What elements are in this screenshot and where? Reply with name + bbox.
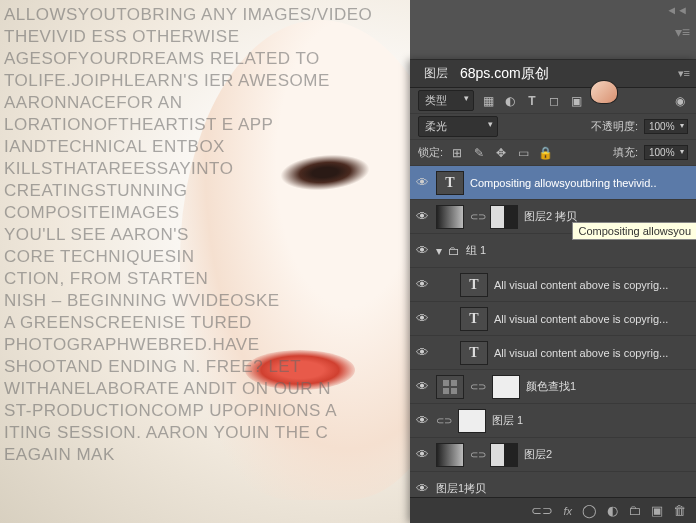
- visibility-icon[interactable]: 👁: [414, 209, 430, 224]
- layer-item[interactable]: 👁 ⊂⊃ 图层 1: [410, 404, 696, 438]
- link-layers-icon[interactable]: ⊂⊃: [531, 503, 553, 518]
- layer-item[interactable]: 👁 T All visual content above is copyrig.…: [410, 268, 696, 302]
- filter-pixel-icon[interactable]: ▦: [480, 93, 496, 109]
- fill-input[interactable]: 100%: [644, 145, 688, 160]
- lock-transparent-icon[interactable]: ⊞: [449, 145, 465, 161]
- lock-move-icon[interactable]: ✥: [493, 145, 509, 161]
- link-icon[interactable]: ⊂⊃: [436, 415, 452, 426]
- visibility-icon[interactable]: 👁: [414, 413, 430, 428]
- filter-type-select[interactable]: 类型: [418, 90, 474, 111]
- link-icon[interactable]: ⊂⊃: [470, 211, 486, 222]
- link-icon[interactable]: ⊂⊃: [470, 381, 486, 392]
- layer-name[interactable]: 图层1拷贝: [436, 481, 692, 496]
- fill-label: 填充:: [613, 145, 638, 160]
- layer-name[interactable]: 图层 1: [492, 413, 692, 428]
- folder-toggle-icon[interactable]: ▾: [436, 244, 442, 258]
- adjustment-thumb: [436, 205, 464, 229]
- link-icon[interactable]: ⊂⊃: [470, 449, 486, 460]
- new-layer-icon[interactable]: ▣: [651, 503, 663, 518]
- lock-label: 锁定:: [418, 145, 443, 160]
- filter-adjust-icon[interactable]: ◐: [502, 93, 518, 109]
- filter-row: 类型 ▦ ◐ T ◻ ▣ ◉: [410, 88, 696, 114]
- lock-all-icon[interactable]: 🔒: [537, 145, 553, 161]
- visibility-icon[interactable]: 👁: [414, 345, 430, 360]
- fx-icon[interactable]: fx: [563, 505, 572, 517]
- tab-layers[interactable]: 图层: [416, 61, 456, 86]
- layer-item[interactable]: 👁 T All visual content above is copyrig.…: [410, 302, 696, 336]
- layer-name[interactable]: All visual content above is copyrig...: [494, 347, 692, 359]
- layer-name[interactable]: All visual content above is copyrig...: [494, 279, 692, 291]
- visibility-icon[interactable]: 👁: [414, 311, 430, 326]
- visibility-icon[interactable]: 👁: [414, 277, 430, 292]
- mask-thumb: [492, 375, 520, 399]
- filter-smart-icon[interactable]: ▣: [568, 93, 584, 109]
- opacity-input[interactable]: 100%: [644, 119, 688, 134]
- filter-shape-icon[interactable]: ◻: [546, 93, 562, 109]
- text-layer-icon: T: [460, 341, 488, 365]
- layer-name[interactable]: All visual content above is copyrig...: [494, 313, 692, 325]
- opacity-label: 不透明度:: [591, 119, 638, 134]
- layers-panel: 图层 68ps.com原创 ▾≡ 类型 ▦ ◐ T ◻ ▣ ◉ 柔光 不透明度:…: [410, 60, 696, 523]
- layer-thumb: [458, 409, 486, 433]
- panel-options-icon[interactable]: ▾≡: [678, 67, 690, 80]
- adjustment-icon[interactable]: ◐: [607, 503, 618, 518]
- tooltip: Compositing allowsyou: [572, 222, 697, 240]
- lock-brush-icon[interactable]: ✎: [471, 145, 487, 161]
- panel-frame-top: ◄◄ ▾≡: [410, 0, 696, 60]
- lock-row: 锁定: ⊞ ✎ ✥ ▭ 🔒 填充: 100%: [410, 140, 696, 166]
- panel-menu-icon[interactable]: ▾≡: [675, 24, 690, 40]
- visibility-icon[interactable]: 👁: [414, 481, 430, 496]
- layer-name[interactable]: 颜色查找1: [526, 379, 692, 394]
- watermark-text: 68ps.com原创: [460, 65, 549, 83]
- layer-item[interactable]: 👁 ⊂⊃ 颜色查找1: [410, 370, 696, 404]
- layer-name[interactable]: 图层2: [524, 447, 692, 462]
- mask-icon[interactable]: ◯: [582, 503, 597, 518]
- adjustment-thumb: [436, 443, 464, 467]
- blend-row: 柔光 不透明度: 100%: [410, 114, 696, 140]
- layer-name[interactable]: Compositing allowsyoutbring thevivid..: [470, 177, 692, 189]
- layer-item[interactable]: 👁 ⊂⊃ 图层2: [410, 438, 696, 472]
- filter-text-icon[interactable]: T: [524, 93, 540, 109]
- group-icon[interactable]: 🗀: [628, 503, 641, 518]
- text-layer-icon: T: [460, 307, 488, 331]
- panel-tab-bar: 图层 68ps.com原创 ▾≡: [410, 60, 696, 88]
- mask-thumb: [490, 443, 518, 467]
- text-layer-icon: T: [436, 171, 464, 195]
- text-layer-icon: T: [460, 273, 488, 297]
- layers-bottom-bar: ⊂⊃ fx ◯ ◐ 🗀 ▣ 🗑: [410, 497, 696, 523]
- layer-item[interactable]: 👁 T Compositing allowsyoutbring thevivid…: [410, 166, 696, 200]
- grid-thumb: [436, 375, 464, 399]
- blend-mode-select[interactable]: 柔光: [418, 116, 498, 137]
- delete-icon[interactable]: 🗑: [673, 503, 686, 518]
- lock-artboard-icon[interactable]: ▭: [515, 145, 531, 161]
- layers-list: 👁 T Compositing allowsyoutbring thevivid…: [410, 166, 696, 506]
- panel-collapse-icon[interactable]: ◄◄: [666, 4, 688, 16]
- visibility-icon[interactable]: 👁: [414, 243, 430, 258]
- filter-toggle-icon[interactable]: ◉: [672, 93, 688, 109]
- folder-icon: 🗀: [448, 244, 460, 258]
- visibility-icon[interactable]: 👁: [414, 447, 430, 462]
- visibility-icon[interactable]: 👁: [414, 175, 430, 190]
- mask-thumb: [490, 205, 518, 229]
- visibility-icon[interactable]: 👁: [414, 379, 430, 394]
- layer-item[interactable]: 👁 T All visual content above is copyrig.…: [410, 336, 696, 370]
- layer-name[interactable]: 组 1: [466, 243, 692, 258]
